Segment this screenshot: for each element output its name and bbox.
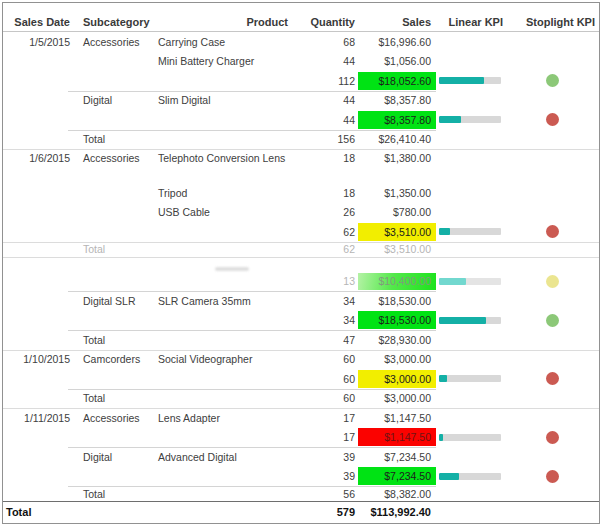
sales-cell: $16,996.60 [358,32,436,52]
subcategory-cell: Total [75,330,153,350]
stoplight-kpi-cell [508,52,599,72]
subcategory-cell [75,52,153,72]
subcategory-cell: Digital [75,91,153,111]
date-total-row[interactable]: Total60$3,000.00 [3,389,599,409]
detail-row[interactable]: Mini Battery Charger44$1,056.00 [3,52,599,72]
detail-row[interactable]: Tripod18$1,350.00 [3,183,599,203]
sales-cell: $780.00 [358,203,436,223]
date-cell [3,311,75,331]
stoplight-kpi-cell [508,311,599,331]
linear-kpi-cell [436,52,508,72]
subcategory-cell [75,467,153,487]
linear-kpi-bar-fill [439,375,447,382]
table-body: 1/5/2015AccessoriesCarrying Case68$16,99… [3,32,599,501]
linear-kpi-bar [439,473,501,480]
detail-row[interactable]: DigitalAdvanced Digital39$7,234.50 [3,447,599,467]
sales-cell: $26,410.40 [358,130,436,150]
linear-kpi-cell [436,486,508,501]
date-cell: 1/10/2015 [3,350,75,370]
date-total-row[interactable]: Total47$28,930.00 [3,330,599,350]
quantity-cell: 18 [293,149,358,183]
kpi-subtotal-row[interactable]: 44$8,357.80 [3,110,599,130]
grand-total-sales: $113,992.40 [358,502,436,523]
subcategory-cell [75,311,153,331]
grand-stoplight-kpi-cell [508,502,599,523]
subcategory-cell: Total [75,389,153,409]
stoplight-indicator-red [546,470,559,483]
stoplight-indicator-green [546,74,559,87]
spacer-row [3,257,599,272]
quantity-cell: 60 [293,389,358,409]
stoplight-kpi-cell [508,110,599,130]
product-cell [153,486,293,501]
subcategory-cell: Camcorders [75,350,153,370]
sales-cell: $18,530.00 [358,311,436,329]
kpi-subtotal-row[interactable]: 17$1,147.50 [3,428,599,448]
product-cell: Advanced Digital [153,447,293,467]
linear-kpi-cell [436,203,508,223]
subcategory-cell [75,222,153,242]
kpi-subtotal-row[interactable]: 62$3,510.00 [3,222,599,242]
detail-row[interactable]: 1/6/2015AccessoriesTelephoto Conversion … [3,149,599,183]
quantity-cell: 44 [293,91,358,111]
linear-kpi-bar [439,278,501,285]
date-cell [3,369,75,389]
kpi-subtotal-row[interactable]: 60$3,000.00 [3,369,599,389]
product-cell [153,242,293,257]
linear-kpi-cell [436,32,508,52]
detail-row[interactable]: 1/10/2015CamcordersSocial Videographer60… [3,350,599,370]
date-cell [3,272,75,292]
subcategory-cell [75,183,153,203]
date-total-row[interactable]: Total56$8,382.00 [3,486,599,501]
quantity-cell: 44 [293,52,358,72]
quantity-cell: 26 [293,203,358,223]
stoplight-indicator-yellow [546,275,559,288]
quantity-cell: 34 [293,291,358,311]
date-cell [3,389,75,409]
linear-kpi-cell [436,408,508,428]
sales-cell: $8,357.80 [358,111,436,129]
col-header-sales: Sales [358,16,436,28]
kpi-subtotal-row[interactable]: 39$7,234.50 [3,467,599,487]
detail-row[interactable]: USB Cable26$780.00 [3,203,599,223]
subcategory-cell [75,369,153,389]
product-cell: Tripod [153,183,293,203]
product-cell: Carrying Case [153,32,293,52]
stoplight-kpi-cell [508,428,599,448]
kpi-subtotal-row[interactable]: 34$18,530.00 [3,311,599,331]
date-cell [3,242,75,257]
linear-kpi-bar-fill [439,434,443,441]
table-header: Sales Date Subcategory Product Quantity … [3,3,599,32]
linear-kpi-bar [439,228,501,235]
linear-kpi-cell [436,110,508,130]
product-cell [153,110,293,130]
sales-cell: $1,350.00 [358,183,436,203]
grand-product-cell [153,502,293,523]
quantity-cell: 17 [293,428,358,448]
date-total-row[interactable]: Total156$26,410.40 [3,130,599,150]
detail-row[interactable]: Digital SLRSLR Camera 35mm34$18,530.00 [3,291,599,311]
detail-row[interactable]: DigitalSlim Digital44$8,357.80 [3,91,599,111]
linear-kpi-cell [436,389,508,409]
stoplight-indicator-red [546,431,559,444]
detail-row[interactable]: 1/11/2015AccessoriesLens Adapter17$1,147… [3,408,599,428]
date-total-row[interactable]: Total62$3,510.00 [3,242,599,257]
product-cell [153,467,293,487]
sales-cell: $3,510.00 [358,223,436,241]
grand-total-row[interactable]: Total 579 $113,992.40 [3,501,599,523]
linear-kpi-bar-fill [439,228,450,235]
linear-kpi-cell [436,428,508,448]
product-cell [153,330,293,350]
subcategory-cell [75,272,153,292]
product-cell: Slim Digital [153,91,293,111]
kpi-subtotal-row[interactable]: 112$18,052.60 [3,71,599,91]
stoplight-kpi-cell [508,71,599,91]
date-cell [3,467,75,487]
date-cell: 1/11/2015 [3,408,75,428]
detail-row[interactable]: 1/5/2015AccessoriesCarrying Case68$16,99… [3,32,599,52]
sales-cell: $18,052.60 [358,72,436,90]
stoplight-kpi-cell [508,408,599,428]
linear-kpi-bar [439,317,501,324]
stoplight-kpi-cell [508,272,599,292]
kpi-subtotal-row[interactable]: 13$10,400.00 [3,272,599,292]
